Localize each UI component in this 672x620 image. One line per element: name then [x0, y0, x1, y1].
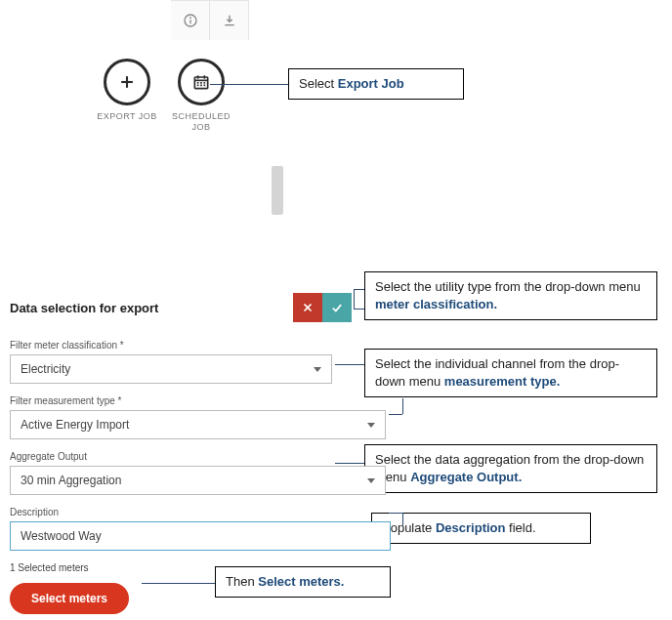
aggregate-select[interactable]: 30 min Aggregation [10, 466, 386, 495]
label-aggregate: Aggregate Output [10, 451, 352, 462]
connector-line [389, 414, 402, 415]
label-measurement: Filter measurement type * [10, 395, 352, 406]
classification-value: Electricity [21, 362, 70, 376]
callout-text: Select [299, 76, 338, 91]
data-selection-panel: Data selection for export Filter meter c… [10, 293, 352, 614]
export-job-label: EXPORT JOB [97, 111, 157, 122]
description-value: Westwood Way [21, 529, 102, 543]
plus-icon [104, 59, 150, 105]
field-classification: Filter meter classification * Electricit… [10, 340, 352, 384]
callout-classification: Select the utility type from the drop-do… [364, 271, 657, 320]
callout-keyword: Description [436, 520, 506, 535]
callout-keyword: meter classification. [375, 297, 497, 311]
form-header-buttons [293, 293, 352, 322]
callout-text: Select the utility type from the drop-do… [375, 279, 641, 294]
export-job-button[interactable]: EXPORT JOB [93, 59, 161, 133]
field-measurement: Filter measurement type * Active Energy … [10, 395, 352, 439]
selected-meters-count: 1 Selected meters [10, 562, 352, 573]
chevron-down-icon [367, 478, 375, 483]
callout-aggregate: Select the data aggregation from the dro… [364, 444, 657, 493]
close-icon [301, 301, 315, 314]
download-icon[interactable] [210, 1, 249, 40]
top-icon-strip [171, 0, 249, 40]
callout-text: field. [505, 520, 535, 535]
cancel-button[interactable] [293, 293, 322, 322]
description-input[interactable]: Westwood Way [10, 521, 391, 551]
connector-line [354, 289, 355, 309]
calendar-icon [178, 59, 225, 105]
confirm-button[interactable] [322, 293, 352, 322]
connector-line [402, 513, 403, 524]
scheduled-job-label: SCHEDULED JOB [167, 111, 235, 133]
connector-line [389, 513, 402, 514]
info-icon[interactable] [171, 1, 210, 40]
field-aggregate: Aggregate Output 30 min Aggregation [10, 451, 352, 495]
measurement-select[interactable]: Active Energy Import [10, 410, 386, 439]
aggregate-value: 30 min Aggregation [21, 474, 121, 487]
job-type-row: EXPORT JOB SCHEDULED JOB [93, 59, 235, 133]
connector-line [402, 524, 403, 525]
field-description: Description Westwood Way [10, 507, 352, 551]
svg-point-2 [189, 18, 190, 19]
connector-line [210, 84, 288, 85]
measurement-value: Active Energy Import [21, 418, 129, 432]
form-header: Data selection for export [10, 293, 352, 322]
classification-select[interactable]: Electricity [10, 354, 332, 384]
callout-keyword: measurement type. [444, 374, 561, 389]
connector-line [354, 289, 364, 290]
select-meters-button[interactable]: Select meters [10, 583, 129, 614]
scheduled-job-button[interactable]: SCHEDULED JOB [167, 59, 235, 133]
callout-keyword: Aggregate Output. [410, 470, 522, 484]
chevron-down-icon [367, 423, 375, 428]
connector-line [402, 398, 403, 414]
connector-line [354, 309, 364, 310]
callout-description: Populate Description field. [371, 513, 591, 544]
form-title: Data selection for export [10, 301, 158, 315]
callout-export-job: Select Export Job [288, 68, 464, 100]
chevron-down-icon [314, 367, 321, 372]
callout-keyword: Export Job [338, 76, 404, 91]
callout-measurement: Select the individual channel from the d… [364, 349, 657, 397]
scrollbar-thumb[interactable] [272, 166, 283, 215]
check-icon [330, 301, 344, 314]
label-description: Description [10, 507, 352, 517]
label-classification: Filter meter classification * [10, 340, 352, 351]
